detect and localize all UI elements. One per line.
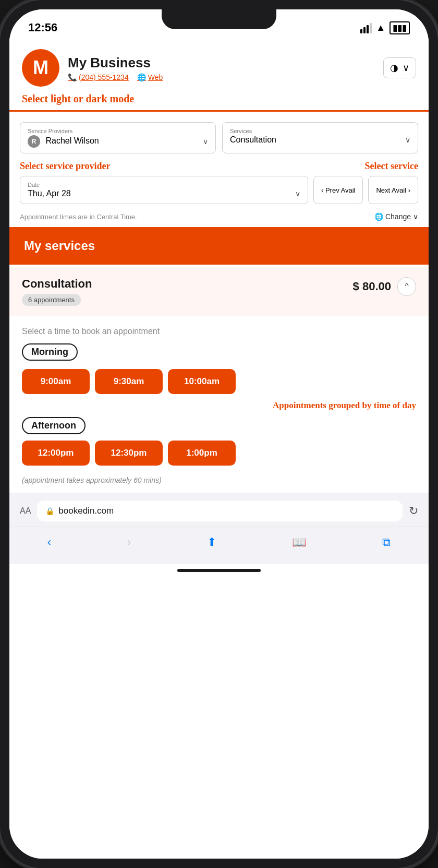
notch: [162, 9, 276, 29]
time-slot-1200pm[interactable]: 12:00pm: [22, 441, 90, 466]
time-slot-900am[interactable]: 9:00am: [22, 369, 90, 394]
expand-button[interactable]: ^: [397, 277, 416, 296]
share-button[interactable]: ⬆: [197, 531, 227, 553]
appointment-count: 6 appointments: [22, 294, 81, 306]
afternoon-group: Afternoon 12:00pm 12:30pm 1:00pm: [22, 417, 416, 466]
business-logo: M: [22, 49, 59, 87]
header-left: M My Business 📞 (204) 555-1234 🌐: [22, 49, 163, 87]
chevron-up-icon: ^: [405, 282, 409, 291]
forward-button[interactable]: ›: [117, 531, 141, 553]
afternoon-label: Afternoon: [22, 417, 86, 434]
date-select-value: Thu, Apr 28 ∨: [28, 189, 300, 198]
date-chevron-icon: ∨: [295, 189, 300, 198]
my-services-banner: My services: [9, 227, 429, 265]
theme-toggle-button[interactable]: ◑ ∨: [383, 57, 416, 78]
phone-icon: 📞: [68, 73, 77, 81]
timezone-bar: Appointment times are in Central Time. 🌐…: [9, 208, 429, 227]
theme-icon: ◑: [390, 62, 398, 74]
wifi-icon: ▲: [376, 22, 385, 33]
morning-slots-grid: 9:00am 9:30am 10:00am: [22, 369, 416, 394]
signal-bars-icon: [360, 23, 372, 33]
business-info: My Business 📞 (204) 555-1234 🌐 Web: [68, 55, 163, 81]
home-indicator: [177, 569, 261, 572]
annotation-light-dark: Select light or dark mode: [22, 93, 416, 110]
service-card-left: Consultation 6 appointments: [22, 277, 92, 306]
my-services-label: My services: [24, 239, 95, 253]
tabs-button[interactable]: ⧉: [372, 531, 401, 553]
time-slot-930am[interactable]: 9:30am: [95, 369, 163, 394]
service-card-right: $ 80.00 ^: [353, 277, 416, 296]
content-area[interactable]: M My Business 📞 (204) 555-1234 🌐: [9, 39, 429, 859]
reload-button[interactable]: ↻: [409, 504, 418, 518]
time-slot-1230pm[interactable]: 12:30pm: [95, 441, 163, 466]
bookmarks-button[interactable]: 📖: [282, 531, 317, 553]
select-time-label: Select a time to book an appointment: [22, 327, 416, 336]
phone-link[interactable]: 📞 (204) 555-1234: [68, 73, 129, 81]
screen: 12:56 ▲ ▮▮▮ M My B: [9, 9, 429, 859]
lock-icon: 🔒: [45, 507, 54, 515]
service-price: $ 80.00: [353, 280, 391, 293]
text-size-control[interactable]: AA: [20, 506, 31, 516]
change-chevron-icon: ∨: [413, 212, 418, 221]
bottom-nav: ‹ › ⬆ 📖 ⧉: [9, 527, 429, 564]
service-card-header: Consultation 6 appointments $ 80.00 ^: [22, 277, 416, 306]
filter-row-top: Service Providers R Rachel Wilson ∨ Serv…: [20, 122, 418, 153]
next-avail-button[interactable]: Next Avail ›: [368, 176, 418, 204]
battery-icon: ▮▮▮: [390, 21, 410, 34]
phone-frame: 12:56 ▲ ▮▮▮ M My B: [0, 0, 438, 868]
status-time: 12:56: [28, 21, 57, 34]
provider-chevron-icon: ∨: [203, 137, 208, 146]
globe-small-icon: 🌐: [374, 212, 383, 221]
morning-label: Morning: [22, 343, 78, 361]
service-select[interactable]: Services Consultation ∨: [222, 122, 418, 153]
business-name: My Business: [68, 55, 163, 71]
filters: Service Providers R Rachel Wilson ∨ Serv…: [9, 112, 429, 204]
url-bar[interactable]: 🔒 bookedin.com: [37, 501, 403, 521]
provider-badge: R: [28, 135, 40, 148]
header: M My Business 📞 (204) 555-1234 🌐: [9, 39, 429, 112]
timezone-text: Appointment times are in Central Time.: [20, 213, 137, 221]
time-slots-section: Select a time to book an appointment Mor…: [9, 318, 429, 493]
date-value: Thu, Apr 28: [28, 189, 71, 198]
service-chevron-icon: ∨: [405, 136, 410, 144]
duration-note: (appointment takes approximately 60 mins…: [22, 476, 416, 484]
provider-select-value: R Rachel Wilson ∨: [28, 135, 208, 148]
provider-select[interactable]: Service Providers R Rachel Wilson ∨: [20, 122, 216, 153]
date-row: Date Thu, Apr 28 ∨ ‹ Prev Avail Next Ava…: [20, 176, 418, 204]
provider-name: Rachel Wilson: [45, 136, 99, 145]
morning-group: Morning 9:00am 9:30am 10:00am: [22, 343, 416, 394]
annotation-grouped: Appointments grouped by time of day: [22, 400, 416, 411]
service-title: Consultation: [22, 277, 92, 291]
consultation-card: Consultation 6 appointments $ 80.00 ^: [9, 267, 429, 316]
web-link[interactable]: 🌐 Web: [137, 73, 163, 81]
status-icons: ▲ ▮▮▮: [360, 21, 410, 34]
time-slot-100pm[interactable]: 1:00pm: [168, 441, 236, 466]
browser-bar: AA 🔒 bookedin.com ↻: [9, 493, 429, 527]
globe-icon: 🌐: [137, 73, 146, 81]
url-text: bookedin.com: [58, 506, 114, 516]
date-select[interactable]: Date Thu, Apr 28 ∨: [20, 176, 308, 204]
afternoon-slots-grid: 12:00pm 12:30pm 1:00pm: [22, 441, 416, 466]
filter-annotations: Select service provider Select service: [20, 161, 418, 176]
business-contact: 📞 (204) 555-1234 🌐 Web: [68, 73, 163, 81]
service-name: Consultation: [230, 135, 276, 145]
service-select-value: Consultation ∨: [230, 135, 410, 145]
chevron-down-icon: ∨: [403, 62, 409, 74]
time-slot-1000am[interactable]: 10:00am: [168, 369, 236, 394]
change-timezone-button[interactable]: 🌐 Change ∨: [374, 212, 418, 221]
prev-avail-button[interactable]: ‹ Prev Avail: [313, 176, 363, 204]
back-button[interactable]: ‹: [37, 531, 62, 553]
header-top: M My Business 📞 (204) 555-1234 🌐: [22, 49, 416, 87]
